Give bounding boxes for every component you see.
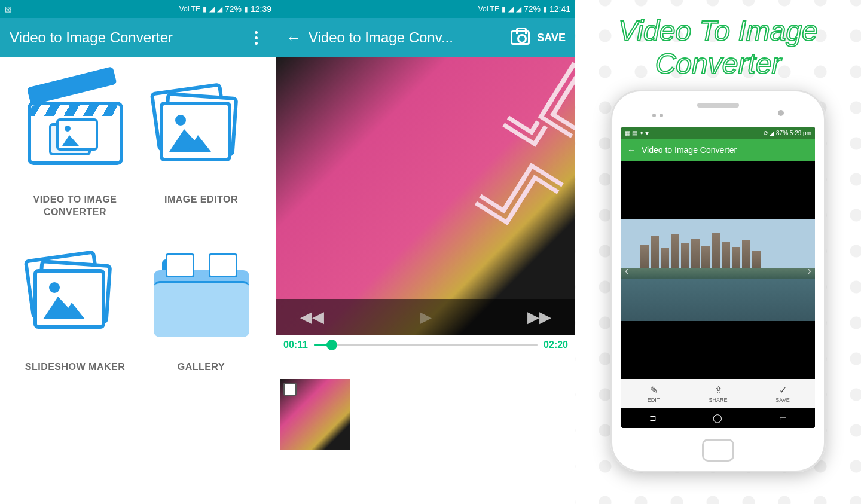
image-viewer[interactable]: ‹ › (621, 161, 815, 379)
feature-label: VIDEO TO IMAGE CONVERTER (18, 194, 132, 219)
share-icon: ⇪ (715, 384, 722, 396)
status-bar: VoLTE ▮ ◢ ◢ 72% ▮ 12:41 (276, 0, 575, 18)
vertical-dots-icon (255, 31, 258, 45)
battery-text: 87% (776, 130, 788, 136)
feature-label: IMAGE EDITOR (164, 194, 238, 206)
screen-player: VoLTE ▮ ◢ ◢ 72% ▮ 12:41 ← Video to Image… (276, 0, 575, 504)
app-title: Video to Image Converter (642, 145, 737, 155)
save-button[interactable]: SAVE (537, 32, 566, 44)
nav-home-icon[interactable]: ◯ (713, 413, 722, 423)
check-icon: ✓ (779, 384, 787, 396)
clock-text: 12:41 (549, 4, 570, 14)
action-bar: ✎EDIT ⇪SHARE ✓SAVE (621, 379, 815, 408)
save-button[interactable]: ✓SAVE (750, 379, 815, 408)
clock-text: 5:29 pm (790, 130, 811, 136)
overflow-menu-button[interactable] (245, 27, 267, 48)
seek-thumb-icon[interactable] (326, 340, 337, 350)
feature-grid: VIDEO TO IMAGE CONVERTER IMAGE EDITOR SL… (0, 57, 276, 403)
pencil-icon: ✎ (650, 384, 658, 396)
signal-icon: ◢ (209, 5, 215, 13)
status-bar: ▧ VoLTE ▮ ◢ ◢ 72% ▮ 12:39 (0, 0, 276, 18)
phone-screen: ▦ ▤ ✦ ♥ ⟳ ◢ 87% 5:29 pm ← Video to Image… (621, 127, 815, 428)
action-label: EDIT (648, 397, 660, 403)
signal-icon: ◢ (508, 5, 514, 13)
status-icons: ⟳ ◢ (764, 130, 777, 136)
nav-recent-icon[interactable]: ▭ (779, 413, 787, 423)
captured-frames (276, 355, 575, 474)
app-bar: Video to Image Converter (0, 18, 276, 57)
volte-icon: VoLTE (179, 5, 200, 13)
volte-icon: VoLTE (478, 5, 499, 13)
feature-gallery[interactable]: GALLERY (144, 255, 258, 374)
android-nav-bar: ⊐ ◯ ▭ (621, 408, 815, 428)
seek-track[interactable] (314, 344, 538, 346)
phone-speaker-icon (697, 103, 739, 108)
rewind-button[interactable]: ◀◀ (300, 308, 324, 326)
phone-home-button (702, 439, 734, 462)
frame-thumbnail[interactable] (280, 379, 350, 450)
current-time: 00:11 (283, 340, 308, 350)
seek-bar: 00:11 02:20 (276, 335, 575, 355)
nav-back-icon[interactable]: ⊐ (649, 413, 657, 423)
feature-slideshow-maker[interactable]: SLIDESHOW MAKER (18, 255, 132, 374)
phone-camera-icon (778, 110, 784, 116)
battery-text: 72% (225, 4, 242, 14)
feature-label: GALLERY (178, 361, 225, 374)
battery-icon: ▮ (543, 5, 547, 13)
app-bar: ← Video to Image Conv... SAVE (276, 18, 575, 57)
folder-icon (154, 255, 249, 338)
play-button[interactable]: ▶ (420, 308, 432, 326)
action-label: SHARE (709, 397, 727, 403)
app-bar: ← Video to Image Converter (621, 139, 815, 161)
edit-button[interactable]: ✎EDIT (621, 379, 686, 408)
picture-indicator-icon: ▧ (5, 5, 11, 13)
feature-image-editor[interactable]: IMAGE EDITOR (144, 87, 258, 219)
app-title: Video to Image Converter (10, 29, 238, 46)
phone-mockup: ▦ ▤ ✦ ♥ ⟳ ◢ 87% 5:29 pm ← Video to Image… (610, 90, 826, 472)
image-stack-icon (28, 255, 117, 332)
feature-video-to-image[interactable]: VIDEO TO IMAGE CONVERTER (18, 87, 132, 219)
frame-checkbox[interactable] (283, 383, 297, 396)
sim-icon: ▮ (502, 5, 506, 13)
promo-panel: Video To ImageConverter ▦ ▤ ✦ ♥ ⟳ ◢ 87% … (575, 0, 861, 504)
total-time: 02:20 (544, 340, 568, 350)
signal-icon: ◢ (516, 5, 521, 13)
screen-home: ▧ VoLTE ▮ ◢ ◢ 72% ▮ 12:39 Video to Image… (0, 0, 276, 504)
next-image-button[interactable]: › (807, 264, 811, 277)
playback-controls: ◀◀ ▶ ▶▶ (276, 299, 575, 335)
back-button[interactable]: ← (627, 145, 636, 155)
action-label: SAVE (775, 397, 789, 403)
battery-icon: ▮ (244, 5, 248, 13)
app-title: Video to Image Conv... (309, 29, 503, 46)
battery-text: 72% (524, 4, 541, 14)
image-stack-icon (154, 87, 243, 165)
video-preview[interactable]: ╚╔═╗ ╚═╗ ◀◀ ▶ ▶▶ (276, 57, 575, 335)
feature-label: SLIDESHOW MAKER (25, 361, 126, 374)
prev-image-button[interactable]: ‹ (625, 264, 629, 277)
signal-icon: ◢ (217, 5, 222, 13)
share-button[interactable]: ⇪SHARE (686, 379, 750, 408)
back-button[interactable]: ← (286, 29, 301, 47)
status-bar: ▦ ▤ ✦ ♥ ⟳ ◢ 87% 5:29 pm (621, 127, 815, 139)
capture-button[interactable] (511, 30, 530, 45)
clock-text: 12:39 (251, 4, 271, 14)
clapperboard-icon (28, 87, 123, 165)
promo-title: Video To ImageConverter (575, 0, 861, 84)
status-icons: ▦ ▤ ✦ ♥ (625, 130, 649, 136)
forward-button[interactable]: ▶▶ (527, 308, 551, 326)
sim-icon: ▮ (203, 5, 207, 13)
